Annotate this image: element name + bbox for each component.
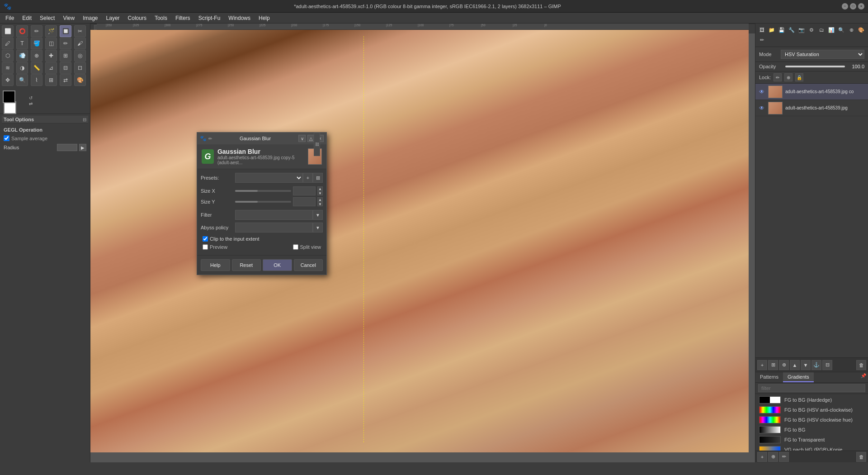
- tool-zoom[interactable]: 🔍: [16, 74, 28, 86]
- duplicate-layer-button[interactable]: ⊕: [779, 360, 789, 370]
- filter-dropdown-button[interactable]: ▼: [313, 210, 323, 220]
- menu-view[interactable]: View: [59, 14, 78, 22]
- size-y-input[interactable]: 37.33: [293, 197, 316, 206]
- edit-gradient-button[interactable]: ✏: [779, 452, 789, 462]
- tool-clone[interactable]: ⊕: [31, 50, 42, 62]
- panel-btn9[interactable]: 🔍: [837, 25, 846, 34]
- radius-input[interactable]: 3: [57, 144, 77, 151]
- tool-free-select[interactable]: ✏: [31, 25, 42, 37]
- foreground-color-swatch[interactable]: [3, 90, 15, 103]
- menu-colours[interactable]: Colours: [124, 14, 150, 22]
- tool-text[interactable]: T: [16, 38, 28, 49]
- size-y-up-button[interactable]: ▲: [317, 197, 323, 202]
- tool-blur[interactable]: ◎: [74, 50, 86, 62]
- tool-pencil[interactable]: ✏: [60, 38, 71, 49]
- layer-item-1[interactable]: 👁 adult-aesthetics-art-458539.jpg: [755, 100, 868, 116]
- tool-move[interactable]: ✥: [2, 74, 14, 86]
- gradient-item-5[interactable]: VG nach HG (RGB)-Kopie: [756, 445, 867, 451]
- swap-colors-icon[interactable]: ⇄: [29, 101, 33, 106]
- tool-flip[interactable]: ⇄: [60, 74, 71, 86]
- close-button[interactable]: ×: [858, 3, 864, 10]
- cancel-button[interactable]: Cancel: [294, 259, 323, 271]
- lock-all-button[interactable]: 🔒: [795, 73, 803, 81]
- tool-airbrush[interactable]: 💨: [16, 50, 28, 62]
- tool-rectangle-select[interactable]: ⬜: [2, 25, 14, 37]
- canvas-area[interactable]: |350 |325 |300 |275 |250 |225 |200 |175 …: [90, 24, 755, 462]
- tool-smudge[interactable]: ≋: [2, 62, 14, 74]
- menu-windows[interactable]: Windows: [225, 14, 254, 22]
- presets-dropdown[interactable]: [235, 173, 303, 183]
- anchor-layer-button[interactable]: ⚓: [811, 360, 821, 370]
- move-layer-down-button[interactable]: ▼: [801, 360, 811, 370]
- menu-help[interactable]: Help: [255, 14, 274, 22]
- panel-btn8[interactable]: 📊: [827, 25, 836, 34]
- gradients-tab[interactable]: Gradients: [783, 372, 814, 382]
- preview-checkbox[interactable]: [203, 244, 208, 250]
- tool-warp[interactable]: ⌇: [31, 74, 42, 86]
- tool-eraser[interactable]: ⬡: [2, 50, 14, 62]
- menu-scriptfu[interactable]: Script-Fu: [195, 14, 224, 22]
- dialog-minimize-button[interactable]: ∨: [298, 135, 306, 142]
- delete-layer-button[interactable]: 🗑: [856, 360, 866, 370]
- lock-position-button[interactable]: ⊕: [784, 73, 793, 81]
- tool-scissors[interactable]: ✂: [74, 25, 86, 37]
- new-layer-button[interactable]: +: [757, 360, 767, 370]
- tool-crop[interactable]: ⊡: [74, 62, 86, 74]
- opacity-slider[interactable]: [785, 66, 845, 67]
- sample-average-checkbox[interactable]: [4, 135, 9, 141]
- size-x-up-button[interactable]: ▲: [317, 186, 323, 191]
- panel-btn10[interactable]: ⊕: [847, 25, 856, 34]
- menu-tools[interactable]: Tools: [151, 14, 171, 22]
- abyss-policy-dropdown-button[interactable]: ▼: [313, 223, 323, 233]
- tool-transform[interactable]: ⊿: [45, 62, 57, 74]
- gradient-item-1[interactable]: FG to BG (HSV anti-clockwise): [756, 405, 867, 415]
- maximize-button[interactable]: □: [850, 3, 856, 10]
- menu-file[interactable]: File: [2, 14, 18, 22]
- tool-paths[interactable]: 🖊: [2, 38, 14, 49]
- panel-btn11[interactable]: 🎨: [857, 25, 866, 34]
- new-group-button[interactable]: ⊞: [768, 360, 778, 370]
- dialog-titlebar[interactable]: 🐾 ✏ Gaussian Blur ∨ △ ×: [197, 133, 326, 144]
- presets-manage-button[interactable]: ⊞: [313, 173, 323, 183]
- tool-bucket-fill[interactable]: 🪣: [31, 38, 42, 49]
- size-x-input[interactable]: 37.33: [293, 186, 316, 195]
- tool-blend[interactable]: ◫: [45, 38, 57, 49]
- menu-filters[interactable]: Filters: [172, 14, 194, 22]
- panel-btn6[interactable]: ⚙: [807, 25, 816, 34]
- reset-button[interactable]: Reset: [232, 259, 261, 271]
- mode-select[interactable]: HSV Saturation Normal Multiply Screen: [781, 50, 864, 59]
- layer-item-0[interactable]: 👁 adult-aesthetics-art-458539.jpg co: [755, 84, 868, 100]
- layer-0-visibility-toggle[interactable]: 👁: [758, 88, 765, 95]
- image-canvas[interactable]: [90, 30, 749, 452]
- lock-pixels-button[interactable]: ✏: [774, 73, 782, 81]
- size-y-slider[interactable]: [235, 201, 291, 203]
- presets-add-button[interactable]: +: [303, 173, 313, 183]
- panel-btn7[interactable]: 🗂: [817, 25, 826, 34]
- menu-layer[interactable]: Layer: [103, 14, 123, 22]
- size-y-down-button[interactable]: ▼: [317, 202, 323, 206]
- panel-btn12[interactable]: ✏: [757, 36, 766, 45]
- patterns-tab[interactable]: Patterns: [755, 372, 783, 382]
- size-x-slider[interactable]: [235, 190, 291, 192]
- patterns-panel-pin[interactable]: 📌: [859, 372, 868, 382]
- panel-btn4[interactable]: 🔧: [787, 25, 796, 34]
- clip-checkbox[interactable]: [203, 236, 208, 242]
- tool-measure[interactable]: 📏: [31, 62, 42, 74]
- chain-link-button[interactable]: ⛓: [314, 133, 320, 156]
- delete-gradient-button[interactable]: 🗑: [856, 452, 866, 462]
- gradient-item-3[interactable]: FG to BG: [756, 425, 867, 435]
- tool-color-picker[interactable]: 🔲: [60, 25, 71, 37]
- split-view-checkbox[interactable]: [293, 244, 298, 250]
- gradient-item-2[interactable]: FG to BG (HSV clockwise hue): [756, 415, 867, 425]
- menu-edit[interactable]: Edit: [19, 14, 35, 22]
- move-layer-up-button[interactable]: ▲: [790, 360, 800, 370]
- expand-tool-options-icon[interactable]: ⊟: [83, 117, 86, 122]
- tool-paintbrush[interactable]: 🖌: [74, 38, 86, 49]
- patterns-filter-input[interactable]: [758, 384, 865, 392]
- tool-heal[interactable]: ✚: [45, 50, 57, 62]
- duplicate-gradient-button[interactable]: ⊕: [768, 452, 778, 462]
- gradient-item-4[interactable]: FG to Transparent: [756, 435, 867, 445]
- tool-ellipse-select[interactable]: ⭕: [16, 25, 28, 37]
- new-gradient-button[interactable]: +: [757, 452, 767, 462]
- canvas-wrapper[interactable]: [90, 30, 749, 452]
